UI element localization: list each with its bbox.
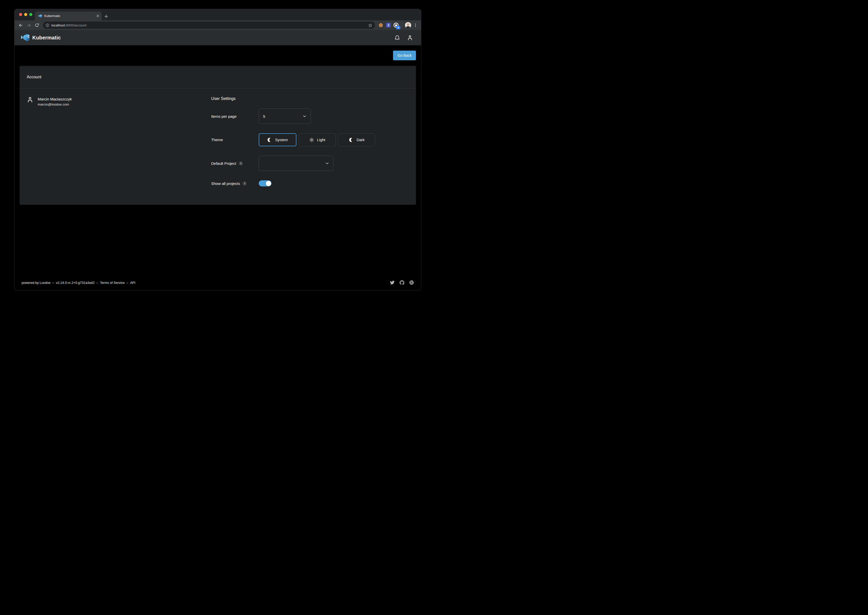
- address-bar[interactable]: localhost:8000/account: [43, 22, 375, 29]
- url-path: :8000/account: [65, 23, 86, 27]
- toggle-knob: [266, 181, 271, 186]
- kubermatic-app: Kubermatic Go Back Account Marcin Mac: [14, 30, 421, 290]
- default-project-select[interactable]: [259, 156, 334, 171]
- browser-tab[interactable]: Kubermatic: [35, 11, 102, 20]
- items-per-page-value: 5: [263, 114, 302, 119]
- go-back-button[interactable]: Go Back: [393, 51, 416, 60]
- moon-icon: [349, 137, 354, 142]
- notifications-bell-icon[interactable]: [393, 33, 402, 42]
- kubermatic-logo[interactable]: [20, 34, 30, 42]
- chevron-down-icon: [302, 114, 307, 119]
- browser-window: Kubermatic localhost:8000/account: [14, 9, 421, 290]
- show-all-projects-label: Show all projects: [211, 181, 240, 186]
- terms-of-service-link[interactable]: Terms of Service: [100, 281, 125, 285]
- theme-option-dark[interactable]: Dark: [338, 133, 375, 146]
- moon-icon: [267, 137, 272, 142]
- close-window-button[interactable]: [19, 13, 22, 16]
- z-extension-icon[interactable]: Z: [385, 22, 392, 28]
- user-email: marcin@loodse.com: [37, 102, 72, 107]
- kubermatic-favicon: [38, 14, 42, 18]
- twitter-icon[interactable]: [390, 280, 395, 285]
- chevron-down-icon: [325, 161, 330, 166]
- theme-option-system[interactable]: System: [259, 133, 297, 146]
- reload-icon[interactable]: [33, 22, 41, 29]
- theme-option-light[interactable]: Light: [299, 133, 336, 146]
- user-summary: Marcin Maciaszczyk marcin@loodse.com: [27, 97, 211, 205]
- browser-profile-avatar[interactable]: [405, 22, 411, 28]
- user-name: Marcin Maciaszczyk: [37, 97, 72, 102]
- window-controls: [19, 13, 32, 16]
- user-menu-icon[interactable]: [405, 33, 414, 42]
- url-host: localhost: [52, 23, 65, 27]
- info-icon[interactable]: i: [239, 161, 243, 165]
- user-settings-heading: User Settings: [211, 97, 409, 101]
- url-text: localhost:8000/account: [52, 23, 366, 27]
- theme-label: Theme: [211, 137, 259, 142]
- brand-title: Kubermatic: [32, 35, 61, 41]
- api-link[interactable]: API: [130, 281, 135, 285]
- toolbar-divider: [402, 23, 402, 28]
- tab-strip: Kubermatic: [14, 9, 421, 20]
- forward-icon[interactable]: [25, 22, 32, 29]
- show-all-projects-row: Show all projects i: [211, 180, 409, 186]
- info-icon[interactable]: i: [242, 181, 247, 186]
- tab-title: Kubermatic: [44, 14, 94, 18]
- sun-icon: [309, 137, 314, 142]
- minimize-window-button[interactable]: [24, 13, 27, 16]
- footer-separator: –: [126, 281, 128, 285]
- zoom-window-button[interactable]: [29, 13, 32, 16]
- footer-separator: –: [97, 281, 98, 285]
- app-footer: powered by Loodse – v2.14.0-rc.2+5.g731a…: [22, 280, 414, 285]
- account-card: Account Marcin Maciaszczyk marcin@loodse…: [20, 66, 416, 205]
- account-page: Go Back Account Marcin Maciaszczyk marci…: [14, 45, 421, 290]
- cookie-extension-icon[interactable]: [378, 22, 384, 28]
- theme-row: Theme System Light: [211, 133, 409, 146]
- default-project-label: Default Project: [211, 161, 236, 165]
- github-extension-icon[interactable]: 8: [393, 22, 400, 28]
- items-per-page-select[interactable]: 5: [259, 109, 311, 124]
- default-project-row: Default Project i: [211, 156, 409, 171]
- items-per-page-label: Items per page: [211, 114, 259, 119]
- app-version: v2.14.0-rc.2+5.g731a3a42: [56, 281, 95, 285]
- card-title: Account: [20, 66, 416, 89]
- close-tab-icon[interactable]: [97, 14, 99, 17]
- github-extension-badge: 8: [396, 26, 400, 29]
- browser-toolbar: localhost:8000/account Z 8: [14, 20, 421, 30]
- back-icon[interactable]: [17, 22, 24, 29]
- user-avatar-icon: [27, 97, 33, 103]
- show-all-projects-toggle[interactable]: [259, 180, 272, 186]
- powered-by-link[interactable]: powered by Loodse: [22, 281, 50, 285]
- slack-icon[interactable]: [409, 280, 414, 285]
- browser-menu-icon[interactable]: [412, 22, 418, 28]
- footer-separator: –: [52, 281, 54, 285]
- user-settings-panel: User Settings Items per page 5 Theme: [211, 97, 409, 205]
- items-per-page-row: Items per page 5: [211, 109, 409, 124]
- site-info-icon[interactable]: [45, 23, 49, 27]
- app-header: Kubermatic: [14, 30, 421, 45]
- bookmark-star-icon[interactable]: [368, 23, 372, 28]
- github-icon[interactable]: [400, 280, 404, 285]
- new-tab-button[interactable]: [104, 14, 108, 18]
